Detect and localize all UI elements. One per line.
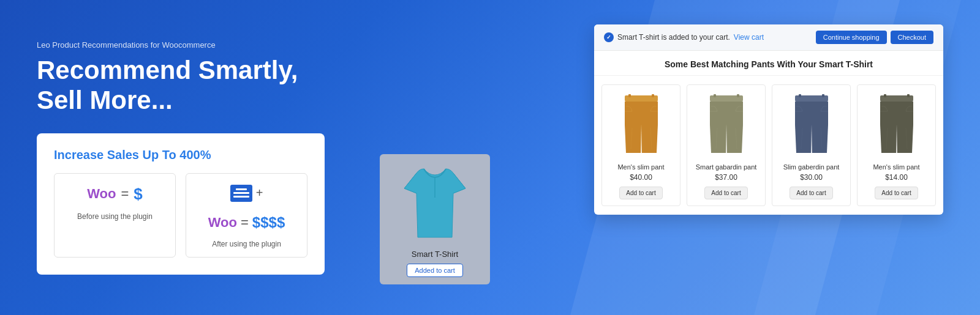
- product-item: Men's slim pant $14.00 Add to cart: [857, 84, 936, 206]
- svg-rect-20: [884, 94, 886, 97]
- card-title: Increase Sales Up To 400%: [54, 148, 307, 162]
- plugin-label: Leo Product Recommendations for Woocomme…: [37, 40, 331, 50]
- equals-before: =: [121, 186, 129, 202]
- headline: Recommend Smartly, Sell More...: [37, 56, 331, 115]
- after-top-row: +: [208, 185, 285, 202]
- view-cart-link[interactable]: View cart: [734, 33, 764, 42]
- product-price: $37.00: [715, 173, 737, 182]
- popup-card: Smart T-shirt is added to your cart. Vie…: [594, 24, 943, 215]
- card-comparisons: Woo = $ Before using the plugin: [54, 173, 307, 258]
- product-item: Men's slim pant $40.00 Add to cart: [601, 84, 680, 206]
- svg-rect-21: [907, 94, 910, 97]
- plus-sign: +: [256, 186, 263, 200]
- product-name: Men's slim pant: [873, 163, 919, 171]
- product-image-area: [614, 91, 669, 158]
- popup-header-buttons: Continue shopping Checkout: [816, 31, 933, 44]
- woo-before: Woo: [87, 186, 116, 202]
- product-price: $40.00: [630, 173, 652, 182]
- tshirt-label: Smart T-Shirt: [412, 250, 458, 259]
- after-bottom-row: Woo = $$$$: [208, 214, 285, 231]
- popup-header: Smart T-shirt is added to your cart. Vie…: [594, 24, 943, 51]
- left-section: Leo Product Recommendations for Woocomme…: [37, 40, 355, 275]
- before-label: Before using the plugin: [77, 212, 153, 221]
- main-background: Leo Product Recommendations for Woocomme…: [0, 0, 980, 315]
- equals-after: =: [241, 215, 249, 231]
- add-to-cart-button[interactable]: Add to cart: [790, 187, 832, 199]
- popup-title: Some Best Matching Pants With Your Smart…: [594, 51, 943, 76]
- dollar-multi: $$$$: [252, 214, 285, 231]
- dollar-single: $: [134, 185, 142, 204]
- product-name: Men's slim pant: [617, 163, 664, 171]
- product-item: Smart gabardin pant $37.00 Add to cart: [687, 84, 766, 206]
- tshirt-card: Smart T-Shirt Added to cart: [380, 154, 490, 284]
- pants-image: [875, 94, 918, 155]
- svg-rect-14: [799, 94, 801, 97]
- product-image-area: [784, 91, 839, 158]
- products-grid: Men's slim pant $40.00 Add to cart: [594, 76, 943, 215]
- continue-shopping-button[interactable]: Continue shopping: [816, 31, 887, 44]
- cart-message: Smart T-shirt is added to your cart. Vie…: [604, 32, 764, 42]
- checkout-button[interactable]: Checkout: [891, 31, 933, 44]
- after-label: After using the plugin: [212, 240, 281, 248]
- svg-rect-8: [714, 94, 716, 97]
- svg-rect-15: [822, 94, 824, 97]
- after-content: + Woo = $$$$: [208, 185, 285, 240]
- after-box: + Woo = $$$$ After using the plugin: [186, 173, 307, 258]
- pants-image: [620, 94, 663, 155]
- pants-image: [790, 94, 833, 155]
- check-circle-icon: [604, 32, 614, 42]
- product-price: $30.00: [800, 173, 823, 182]
- product-image-area: [699, 91, 754, 158]
- svg-rect-3: [652, 94, 654, 97]
- pants-image: [705, 94, 748, 155]
- before-content: Woo = $: [87, 185, 143, 204]
- product-image-area: [869, 91, 924, 158]
- add-to-cart-button[interactable]: Add to cart: [619, 187, 662, 199]
- product-name: Slim gaberdin pant: [783, 163, 840, 171]
- sales-card: Increase Sales Up To 400% Woo = $ Before…: [37, 133, 325, 275]
- svg-rect-9: [737, 94, 739, 97]
- add-to-cart-button[interactable]: Add to cart: [704, 187, 747, 199]
- before-box: Woo = $ Before using the plugin: [54, 173, 176, 258]
- woo-after: Woo: [208, 215, 237, 231]
- tshirt-image: [398, 164, 472, 243]
- product-name: Smart gabardin pant: [696, 163, 757, 171]
- product-item: Slim gaberdin pant $30.00 Add to cart: [772, 84, 851, 206]
- add-to-cart-button[interactable]: Add to cart: [875, 187, 918, 199]
- right-section: Smart T-Shirt Added to cart Smart T-shir…: [355, 18, 943, 297]
- plugin-icon: [230, 185, 252, 202]
- svg-rect-2: [628, 94, 631, 97]
- added-to-cart-button[interactable]: Added to cart: [407, 264, 462, 277]
- product-price: $14.00: [885, 173, 908, 182]
